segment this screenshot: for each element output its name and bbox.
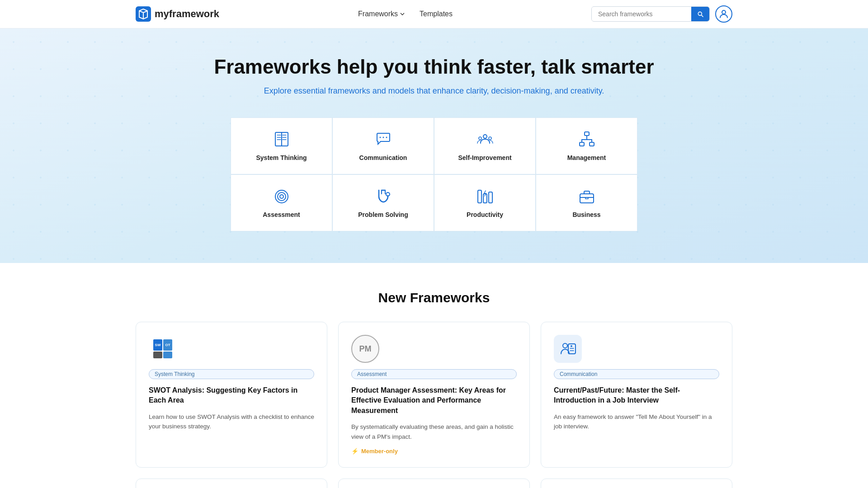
category-productivity-label: Productivity — [467, 211, 503, 218]
search-icon — [697, 10, 704, 18]
chat-icon — [374, 131, 392, 149]
framework-grid-row2: CRISPE — [136, 479, 732, 488]
svg-rect-10 — [590, 142, 594, 146]
framework-card-bottom-3[interactable]: CRISPE — [541, 479, 732, 488]
hero-subtitle: Explore essential frameworks and models … — [90, 86, 778, 96]
swot-icon: SW OT — [153, 339, 172, 358]
framework-card-swot[interactable]: SW OT System Thinking SWOT Analysis: Sug… — [136, 322, 327, 468]
book-icon — [273, 131, 291, 149]
search-input[interactable] — [592, 7, 691, 21]
category-communication[interactable]: Communication — [332, 117, 434, 174]
org-icon — [578, 131, 596, 149]
category-assessment[interactable]: Assessment — [231, 174, 332, 231]
framework-card-pm[interactable]: PM Assessment Product Manager Assessment… — [338, 322, 530, 468]
comm-interview-icon — [558, 339, 577, 358]
svg-point-1 — [722, 10, 726, 14]
user-avatar[interactable] — [715, 5, 732, 23]
swot-desc: Learn how to use SWOT Analysis with a ch… — [149, 412, 314, 432]
swot-badge[interactable]: System Thinking — [149, 369, 314, 379]
navbar: myframework Frameworks Templates — [0, 0, 868, 28]
svg-point-2 — [379, 137, 381, 138]
swot-w: OT — [163, 339, 172, 351]
pm-badge[interactable]: Assessment — [351, 369, 517, 379]
framework-card-cpf[interactable]: Communication Current/Past/Future: Maste… — [541, 322, 732, 468]
nav-right — [591, 5, 732, 23]
bolt-chart-icon — [476, 188, 494, 206]
svg-point-4 — [386, 137, 387, 138]
new-frameworks-section: New Frameworks SW OT System Thinking SWO… — [0, 263, 868, 488]
svg-point-3 — [382, 137, 384, 138]
category-communication-label: Communication — [359, 154, 407, 161]
cpf-desc: An easy framework to answer "Tell Me Abo… — [554, 412, 719, 432]
svg-point-6 — [479, 137, 481, 140]
svg-rect-8 — [585, 132, 589, 136]
svg-point-19 — [563, 343, 567, 348]
category-self-improvement-label: Self-Improvement — [458, 154, 511, 161]
framework-grid: SW OT System Thinking SWOT Analysis: Sug… — [136, 322, 732, 468]
hero-section: Frameworks help you think faster, talk s… — [0, 28, 868, 263]
framework-card-bottom-1[interactable] — [136, 479, 327, 488]
nav-frameworks[interactable]: Frameworks — [358, 10, 405, 18]
category-management[interactable]: Management — [536, 117, 637, 174]
cpf-title: Current/Past/Future: Master the Self-Int… — [554, 385, 719, 406]
category-problem-solving-label: Problem Solving — [358, 211, 408, 218]
logo[interactable]: myframework — [136, 6, 219, 22]
category-productivity[interactable]: Productivity — [434, 174, 536, 231]
cpf-badge[interactable]: Communication — [554, 369, 719, 379]
category-business-label: Business — [572, 211, 600, 218]
category-business[interactable]: Business — [536, 174, 637, 231]
swot-icon-wrap: SW OT — [149, 335, 177, 363]
pm-title: Product Manager Assessment: Key Areas fo… — [351, 385, 517, 416]
category-assessment-label: Assessment — [263, 211, 300, 218]
svg-rect-18 — [580, 194, 594, 203]
swot-o — [153, 352, 162, 359]
framework-card-bottom-2[interactable] — [338, 479, 530, 488]
swot-t — [163, 352, 172, 359]
category-problem-solving[interactable]: Problem Solving — [332, 174, 434, 231]
svg-point-5 — [483, 135, 487, 138]
people-circle-icon — [476, 131, 494, 149]
svg-point-21 — [571, 345, 572, 347]
svg-rect-9 — [580, 142, 584, 146]
chevron-down-icon — [400, 11, 405, 17]
category-grid: System Thinking Communication Self-Impro… — [231, 117, 637, 231]
logo-text: myframework — [155, 8, 219, 20]
target-icon — [273, 188, 291, 206]
svg-rect-17 — [489, 192, 492, 203]
new-frameworks-title: New Frameworks — [136, 290, 732, 305]
svg-rect-15 — [478, 190, 481, 203]
pm-text: PM — [359, 344, 372, 354]
swot-title: SWOT Analysis: Suggesting Key Factors in… — [149, 385, 314, 406]
stethoscope-icon — [374, 188, 392, 206]
category-management-label: Management — [567, 154, 606, 161]
pm-desc: By systematically evaluating these areas… — [351, 422, 517, 441]
nav-links: Frameworks Templates — [358, 10, 453, 18]
member-only-label: Member-only — [351, 448, 517, 455]
pm-icon-wrap: PM — [351, 335, 379, 363]
hero-title: Frameworks help you think faster, talk s… — [90, 56, 778, 78]
swot-s: SW — [153, 339, 162, 351]
svg-point-7 — [489, 137, 491, 140]
user-icon — [718, 9, 729, 19]
search-bar — [591, 6, 710, 22]
cpf-icon-wrap — [554, 335, 582, 363]
svg-point-12 — [278, 192, 286, 201]
category-self-improvement[interactable]: Self-Improvement — [434, 117, 536, 174]
search-button[interactable] — [691, 7, 709, 21]
svg-point-13 — [280, 195, 283, 198]
briefcase-icon — [578, 188, 596, 206]
nav-templates[interactable]: Templates — [420, 10, 453, 18]
category-system-thinking[interactable]: System Thinking — [231, 117, 332, 174]
category-system-thinking-label: System Thinking — [256, 154, 307, 161]
